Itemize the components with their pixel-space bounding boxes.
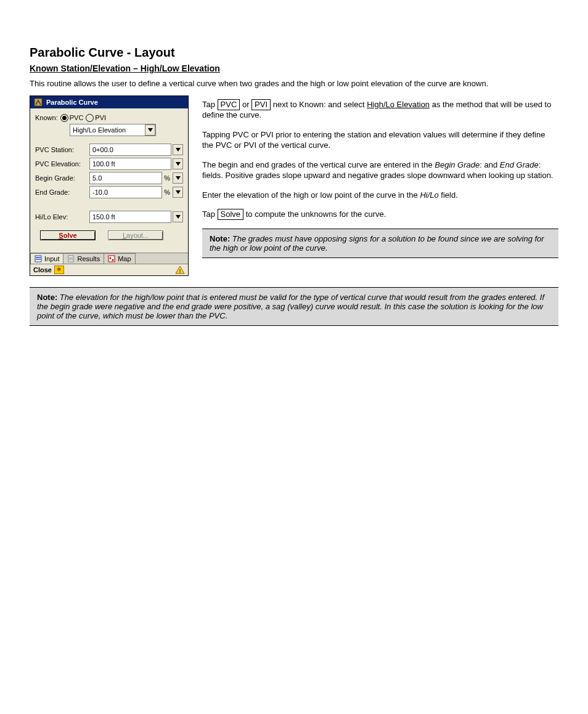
paragraph-2: Tapping PVC or PVI prior to entering the… — [202, 129, 558, 151]
note-2: Note: The elevation for the high/low poi… — [30, 287, 558, 326]
layout-button-rest: ayout... — [126, 232, 149, 239]
known-label: Known: — [35, 114, 58, 121]
radio-pvi[interactable] — [86, 114, 94, 122]
pvc-elevation-label: PVC Elevation: — [35, 160, 89, 168]
end-grade-input[interactable]: -10.0 — [89, 186, 162, 198]
svg-rect-2 — [36, 257, 41, 258]
intro-paragraph: This routine allows the user to define a… — [30, 78, 558, 89]
hilo-elev-picker[interactable] — [173, 211, 183, 222]
warning-icon[interactable]: ! — [175, 266, 185, 274]
solve-button[interactable]: Solve — [40, 230, 96, 240]
known-row: Known: PVC PVI — [35, 114, 183, 122]
end-grade-unit: % — [164, 189, 170, 196]
pvc-station-label: PVC Station: — [35, 146, 89, 153]
inline-solve-button: Solve — [218, 209, 244, 220]
layout-button[interactable]: Layout... — [108, 230, 163, 240]
begin-grade-picker[interactable] — [173, 172, 183, 184]
note-1: Note: The grades must have opposing sign… — [202, 229, 558, 258]
app-icon — [34, 98, 43, 107]
document-icon — [67, 255, 75, 262]
tab-map[interactable]: Map — [104, 253, 135, 264]
svg-point-10 — [112, 259, 114, 261]
paragraph-1: Tap PVC or PVI next to Known: and select… — [202, 99, 558, 121]
inline-pvi-button: PVI — [251, 99, 271, 110]
radio-pvc-label: PVC — [70, 114, 84, 121]
chevron-down-icon — [145, 124, 155, 136]
form-icon — [35, 255, 42, 262]
inline-method-link: High/Lo Elevation — [367, 100, 430, 109]
begin-grade-label: Begin Grade: — [35, 174, 89, 182]
tab-results-label: Results — [77, 255, 100, 262]
tab-map-label: Map — [118, 255, 131, 262]
pvc-elevation-input[interactable]: 100.0 ft — [89, 158, 171, 170]
page-title: Parabolic Curve - Layout — [30, 46, 558, 60]
star-icon[interactable]: ✶ — [54, 266, 64, 274]
radio-pvc[interactable] — [60, 114, 68, 122]
inline-pvc-button: PVC — [218, 99, 240, 110]
method-select-value: High/Lo Elevation — [73, 126, 126, 134]
hilo-elev-input[interactable]: 150.0 ft — [89, 211, 171, 223]
begin-grade-unit: % — [164, 174, 170, 182]
begin-grade-input[interactable]: 5.0 — [89, 172, 162, 184]
paragraph-4: Enter the elevation of the high or low p… — [202, 190, 558, 201]
dialog-screenshot: Parabolic Curve Known: PVC PVI High/Lo E… — [30, 95, 189, 276]
dialog-title: Parabolic Curve — [46, 99, 98, 106]
tab-input[interactable]: Input — [30, 253, 63, 264]
pvc-station-input[interactable]: 0+00.0 — [89, 144, 171, 156]
svg-rect-8 — [108, 256, 115, 262]
tab-bar: Input Results Map — [30, 253, 188, 264]
svg-rect-3 — [36, 259, 41, 260]
tab-results[interactable]: Results — [63, 253, 104, 264]
svg-text:!: ! — [179, 268, 181, 274]
hilo-elev-label: Hi/Lo Elev: — [35, 213, 89, 221]
end-grade-picker[interactable] — [173, 187, 183, 198]
pvc-elevation-picker[interactable] — [173, 158, 183, 169]
end-grade-label: End Grade: — [35, 189, 89, 196]
close-button[interactable]: Close — [33, 266, 52, 274]
map-icon — [108, 255, 115, 262]
paragraph-3: The begin and end grades of the vertical… — [202, 160, 558, 181]
section-subhead: Known Station/Elevation – High/Low Eleva… — [30, 63, 558, 73]
radio-pvi-label: PVI — [95, 114, 106, 121]
dialog-titlebar: Parabolic Curve — [30, 96, 188, 108]
solve-button-rest: olve — [63, 232, 77, 239]
method-select[interactable]: High/Lo Elevation — [70, 124, 156, 136]
pvc-station-picker[interactable] — [173, 144, 183, 155]
paragraph-5: Tap Solve to compute the unknowns for th… — [202, 209, 558, 220]
tab-input-label: Input — [44, 255, 59, 262]
svg-point-9 — [110, 257, 112, 259]
